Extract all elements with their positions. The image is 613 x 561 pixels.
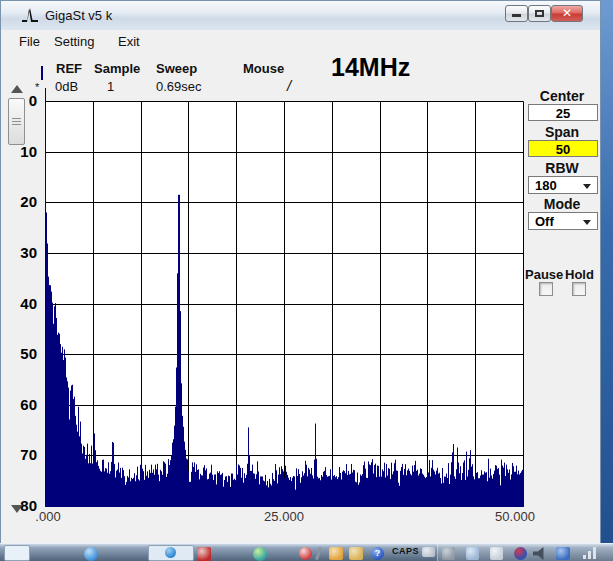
chevron-down-icon (583, 184, 591, 189)
close-icon: ✕ (562, 6, 572, 20)
package-icon[interactable] (349, 547, 363, 560)
y-axis-tick-label: 10 (11, 143, 37, 160)
menu-file[interactable]: File (19, 34, 40, 49)
adobe-reader-icon[interactable] (197, 547, 211, 561)
action-center-icon[interactable] (514, 547, 527, 560)
mode-select[interactable]: Off (528, 212, 598, 230)
rbw-select[interactable]: 180 (528, 176, 598, 194)
close-button[interactable]: ✕ (551, 5, 583, 22)
sweep-label: Sweep (156, 61, 197, 76)
center-frequency-title: 14MHz (331, 53, 410, 82)
minimize-button[interactable] (505, 5, 528, 22)
x-axis-tick-label: 25.000 (254, 509, 314, 524)
minimize-icon (512, 14, 521, 17)
taskbar: ?CAPS (0, 543, 613, 561)
window-title: GigaSt v5 k (45, 8, 112, 23)
maximize-button[interactable] (528, 5, 551, 22)
y-axis-tick-label: 60 (11, 396, 37, 413)
y-axis-tick-label: 50 (11, 345, 37, 362)
ie-icon[interactable] (84, 547, 98, 561)
x-axis-tick-label: 50.000 (485, 509, 545, 524)
app-blue-dot-icon[interactable] (165, 547, 176, 558)
span-field[interactable]: 50 (528, 140, 598, 157)
rbw-value: 180 (535, 178, 557, 193)
media-app-icon[interactable] (253, 547, 267, 561)
center-label: Center (525, 88, 599, 104)
mode-value: Off (535, 214, 554, 229)
span-label: Span (525, 124, 599, 140)
x-axis-tick-label: .000 (18, 509, 78, 524)
y-axis-tick-label: 0 (11, 92, 37, 109)
red-round-app-icon[interactable] (299, 547, 312, 560)
app-window: GigaSt v5 k ✕ File Setting Exit REF Samp… (0, 0, 601, 545)
clipboard-icon[interactable] (490, 547, 503, 560)
mouse-label: Mouse (243, 61, 284, 76)
pause-label: Pause (525, 267, 563, 282)
slider-grip-icon (12, 118, 21, 119)
signal-icon[interactable] (583, 547, 597, 559)
maximize-icon (535, 10, 544, 17)
hold-label: Hold (565, 267, 594, 282)
ref-marker-tick (41, 66, 43, 80)
mode-label: Mode (525, 196, 599, 212)
printer-icon[interactable] (422, 547, 435, 557)
desktop: { "window": { "title": "GigaSt v5 k" }, … (0, 0, 613, 561)
paint-tools-icon[interactable] (329, 547, 343, 560)
app-icon (22, 8, 38, 23)
sample-label: Sample (94, 61, 140, 76)
menu-setting[interactable]: Setting (54, 34, 94, 49)
y-axis-tick-label: 40 (11, 295, 37, 312)
help-icon[interactable]: ? (371, 547, 384, 560)
menu-bar: File Setting Exit (1, 30, 600, 53)
hold-checkbox[interactable] (572, 282, 586, 296)
center-field[interactable]: 25 (528, 104, 598, 121)
rbw-label: RBW (525, 160, 599, 176)
taskbar-window-button[interactable] (4, 545, 30, 561)
y-axis-tick-label: 30 (11, 244, 37, 261)
pen-icon[interactable] (315, 547, 322, 560)
title-bar[interactable]: GigaSt v5 k ✕ (1, 1, 600, 31)
caps-indicator[interactable]: CAPS (392, 546, 420, 558)
tray-app-icon[interactable] (442, 547, 455, 560)
y-axis-tick-label: 70 (11, 446, 37, 463)
remote-display-icon[interactable] (556, 547, 570, 560)
spectrum-plot[interactable] (45, 88, 524, 507)
chevron-down-icon (583, 220, 591, 225)
menu-exit[interactable]: Exit (118, 34, 140, 49)
y-axis-tick-label: 20 (11, 193, 37, 210)
ref-label: REF (56, 61, 82, 76)
pause-checkbox[interactable] (539, 282, 553, 296)
display-icon[interactable] (466, 547, 479, 560)
